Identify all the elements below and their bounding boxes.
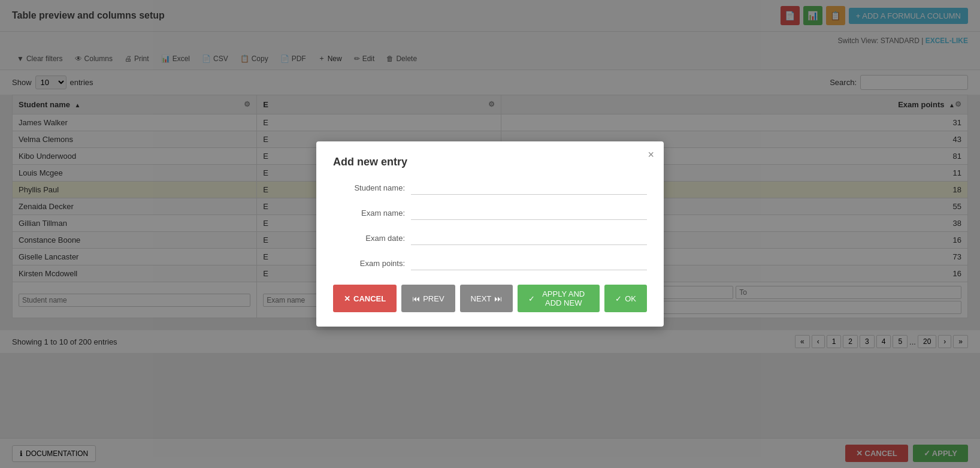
- student-name-input[interactable]: [411, 180, 647, 195]
- check-icon-ok: ✓: [615, 294, 622, 303]
- form-group-exam-name: Exam name:: [333, 206, 647, 220]
- modal-ok-button[interactable]: ✓ OK: [604, 285, 647, 312]
- modal-apply-add-new-button[interactable]: ✓ APPLY AND ADD NEW: [518, 285, 600, 312]
- exam-date-input[interactable]: [411, 231, 647, 245]
- exam-name-label: Exam name:: [333, 209, 405, 218]
- modal-overlay: × Add new entry Student name: Exam name:…: [0, 0, 980, 353]
- check-icon: ✓: [528, 294, 535, 303]
- form-group-exam-date: Exam date:: [333, 231, 647, 245]
- next-icon: ⏭: [494, 294, 502, 303]
- exam-name-input[interactable]: [411, 206, 647, 220]
- modal-close-button[interactable]: ×: [648, 149, 654, 161]
- form-group-exam-points: Exam points:: [333, 256, 647, 270]
- modal-cancel-button[interactable]: ✕ CANCEL: [333, 285, 397, 312]
- form-group-student-name: Student name:: [333, 180, 647, 195]
- student-name-label: Student name:: [333, 183, 405, 192]
- x-icon: ✕: [344, 294, 350, 303]
- modal-next-button[interactable]: NEXT ⏭: [460, 285, 513, 312]
- add-entry-modal: × Add new entry Student name: Exam name:…: [316, 141, 664, 327]
- exam-points-input[interactable]: [411, 256, 647, 270]
- prev-icon: ⏮: [412, 294, 420, 303]
- modal-prev-button[interactable]: ⏮ PREV: [401, 285, 455, 312]
- modal-title: Add new entry: [333, 156, 647, 168]
- exam-points-label: Exam points:: [333, 259, 405, 268]
- modal-footer: ✕ CANCEL ⏮ PREV NEXT ⏭ ✓ APPLY AND ADD N…: [333, 285, 647, 312]
- exam-date-label: Exam date:: [333, 234, 405, 243]
